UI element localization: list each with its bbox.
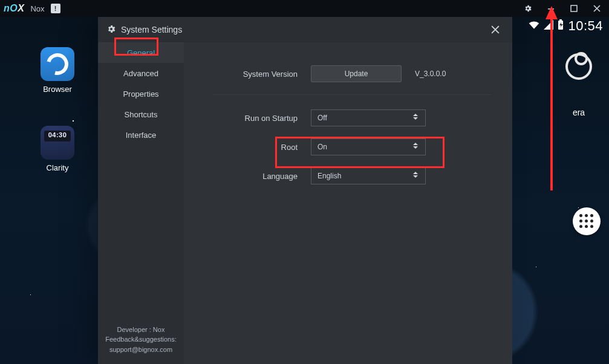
apps-drawer-button[interactable]	[573, 207, 601, 235]
close-window-icon[interactable]	[588, 0, 605, 17]
nox-logo: nOX	[4, 3, 24, 14]
window-titlebar: nOX Nox !	[0, 0, 609, 17]
settings-content: System Version Update V_3.0.0.0 Run on S…	[184, 42, 512, 364]
tab-advanced[interactable]: Advanced	[98, 63, 184, 83]
logo-o: O	[10, 3, 18, 13]
version-value: V_3.0.0.0	[415, 70, 446, 78]
language-value: English	[318, 172, 341, 180]
row-root: Root On	[213, 132, 490, 161]
tab-properties[interactable]: Properties	[98, 83, 184, 104]
row-language: Language English	[213, 161, 490, 190]
dialog-header: System Settings	[98, 17, 512, 42]
settings-gear-icon[interactable]	[519, 0, 536, 17]
desktop-icon-camera-partial[interactable]: era	[557, 53, 601, 117]
status-time: 10:54	[568, 18, 603, 34]
language-label: Language	[213, 172, 298, 181]
svg-rect-0	[548, 8, 554, 10]
chevron-updown-icon	[413, 114, 419, 122]
footer-developer: Developer : Nox	[104, 325, 178, 335]
root-select[interactable]: On	[311, 138, 426, 155]
footer-email: support@bignox.com	[104, 345, 178, 355]
root-value: On	[318, 143, 327, 151]
startup-value: Off	[318, 114, 327, 122]
divider	[213, 94, 490, 95]
language-select[interactable]: English	[311, 167, 426, 184]
chevron-updown-icon	[413, 172, 419, 180]
update-button[interactable]: Update	[311, 65, 402, 82]
svg-rect-1	[571, 5, 577, 11]
dialog-title: System Settings	[106, 24, 182, 36]
desktop-icon-clarity[interactable]: Clarity	[34, 126, 81, 172]
svg-rect-3	[559, 19, 562, 21]
system-settings-dialog: System Settings General Advanced Propert…	[98, 17, 512, 364]
clarity-app-icon	[41, 126, 74, 160]
minimize-icon[interactable]	[542, 0, 559, 17]
gear-icon	[106, 24, 116, 36]
row-system-version: System Version Update V_3.0.0.0	[213, 59, 490, 88]
startup-select[interactable]: Off	[311, 109, 426, 126]
startup-label: Run on Startup	[213, 114, 298, 123]
maximize-icon[interactable]	[565, 0, 582, 17]
icon-label: Browser	[43, 85, 72, 94]
dialog-title-text: System Settings	[121, 25, 182, 34]
tab-interface[interactable]: Interface	[98, 125, 184, 145]
app-name: Nox	[30, 4, 44, 13]
tab-shortcuts[interactable]: Shortcuts	[98, 104, 184, 125]
row-startup: Run on Startup Off	[213, 103, 490, 132]
settings-sidebar: General Advanced Properties Shortcuts In…	[98, 42, 184, 364]
system-version-label: System Version	[213, 70, 298, 79]
icon-label-partial: era	[573, 108, 585, 117]
battery-charging-icon	[557, 19, 564, 33]
sidebar-footer-info: Developer : Nox Feedback&suggestions: su…	[98, 317, 184, 365]
apps-grid-icon	[579, 214, 594, 229]
dialog-close-button[interactable]	[487, 21, 504, 38]
signal-icon	[544, 20, 553, 33]
chevron-updown-icon	[413, 143, 419, 151]
footer-feedback-label: Feedback&suggestions:	[104, 334, 178, 345]
wifi-icon	[528, 20, 540, 33]
android-statusbar: 10:54	[528, 17, 603, 35]
desktop-icon-browser[interactable]: Browser	[34, 47, 81, 94]
tab-general[interactable]: General	[98, 42, 184, 63]
logo-n: n	[4, 3, 10, 13]
browser-app-icon	[41, 47, 74, 81]
icon-label: Clarity	[47, 163, 69, 172]
camera-app-icon	[565, 53, 592, 80]
notice-badge-icon[interactable]: !	[51, 4, 60, 13]
logo-x: X	[18, 3, 24, 13]
root-label: Root	[213, 143, 298, 152]
